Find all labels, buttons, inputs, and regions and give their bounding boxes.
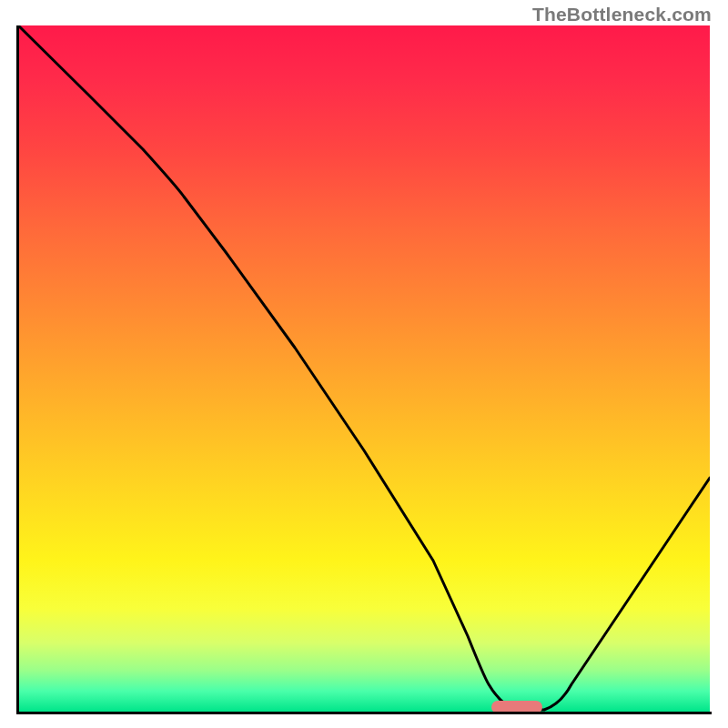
bottleneck-curve-path (18, 25, 710, 710)
curve-svg (18, 25, 710, 712)
y-axis-line (16, 25, 19, 713)
plot-area (15, 25, 713, 715)
x-axis-line (16, 712, 712, 714)
watermark-text: TheBottleneck.com (532, 4, 712, 25)
chart-container (15, 25, 713, 715)
